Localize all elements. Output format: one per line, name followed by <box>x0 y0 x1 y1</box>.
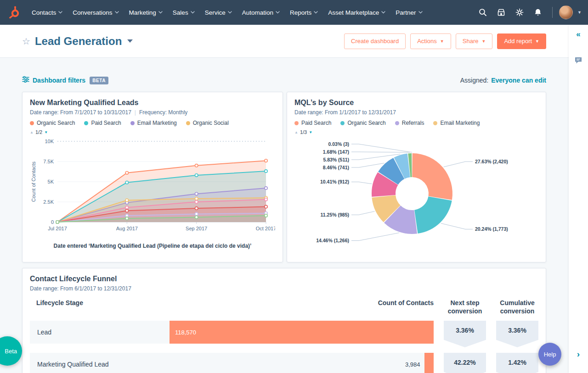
legend-item[interactable]: Organic Social <box>186 120 229 126</box>
chart-legend: Organic SearchPaid SearchEmail Marketing… <box>30 120 275 126</box>
svg-text:Sep 2017: Sep 2017 <box>186 226 207 231</box>
legend-dot-icon <box>30 121 34 125</box>
avatar-chevron-down-icon[interactable]: ▼ <box>577 10 582 15</box>
legend-item[interactable]: Organic Search <box>340 120 385 126</box>
area-line-chart[interactable]: 02.5K5K7.5K10KJul 2017Aug 2017Sep 2017Oc… <box>30 135 275 239</box>
nav-item-partner[interactable]: Partner <box>390 0 427 25</box>
column-count-of-contacts: Count of Contacts <box>378 299 434 306</box>
nav-item-conversations[interactable]: Conversations <box>68 0 124 25</box>
report-date-range: Date range: From 7/1/2017 to 10/31/2017|… <box>30 109 275 116</box>
search-icon[interactable] <box>475 5 491 20</box>
assigned-value-link[interactable]: Everyone can edit <box>491 77 546 84</box>
nav-item-asset-marketplace[interactable]: Asset Marketplace <box>323 0 390 25</box>
dashboard-filters-link[interactable]: Dashboard filters <box>33 77 85 84</box>
legend-item[interactable]: Organic Search <box>30 120 75 126</box>
legend-dot-icon <box>395 121 399 125</box>
chart-legend: Paid SearchOrganic SearchReferralsEmail … <box>294 120 538 126</box>
svg-text:5K: 5K <box>48 179 54 184</box>
nav-item-sales[interactable]: Sales <box>168 0 200 25</box>
favorite-star-icon[interactable]: ☆ <box>22 37 30 46</box>
next-step-conversion-value: 3.36% <box>444 321 486 347</box>
share-button[interactable]: Share▼ <box>456 33 493 49</box>
svg-text:14.46% (1,266): 14.46% (1,266) <box>316 238 349 243</box>
expand-next-icon[interactable]: › <box>577 349 580 359</box>
chart-caption: Date entered ‘Marketing Qualified Lead (… <box>30 242 275 250</box>
avatar[interactable] <box>559 6 573 19</box>
legend-dot-icon <box>186 121 190 125</box>
svg-text:Aug 2017: Aug 2017 <box>116 226 138 231</box>
legend-item[interactable]: Email Marketing <box>130 120 177 126</box>
funnel-header: Lifecycle Stage Count of Contacts Next s… <box>30 299 538 315</box>
chevron-down-icon: ▼ <box>481 39 486 44</box>
legend-item[interactable]: Email Marketing <box>433 120 480 126</box>
nav-item-reports[interactable]: Reports <box>285 0 323 25</box>
dashboard-filters-icon[interactable] <box>22 76 29 84</box>
funnel-bar[interactable]: 118,570 <box>170 321 434 344</box>
marketplace-icon[interactable] <box>493 5 509 20</box>
report-date-range: Date range: From 1/1/2017 to 12/31/2017 <box>294 109 538 116</box>
legend-dot-icon <box>294 121 299 125</box>
collapse-panel-icon[interactable]: « <box>576 30 580 38</box>
help-button[interactable]: Help <box>538 343 561 366</box>
legend-dot-icon <box>130 121 135 125</box>
svg-text:0.03% (3): 0.03% (3) <box>328 141 349 147</box>
svg-text:Jul 2017: Jul 2017 <box>48 226 67 231</box>
beta-pill-button[interactable]: Beta <box>0 336 22 366</box>
svg-text:27.63% (2,420): 27.63% (2,420) <box>475 159 508 164</box>
right-rail: « › <box>569 25 588 373</box>
nav-item-automation[interactable]: Automation <box>237 0 285 25</box>
svg-text:8.46% (741): 8.46% (741) <box>323 165 349 170</box>
svg-text:10.41% (912): 10.41% (912) <box>320 179 349 184</box>
svg-text:0: 0 <box>51 219 54 225</box>
create-dashboard-button[interactable]: Create dashboard <box>344 33 406 49</box>
comments-icon[interactable] <box>574 56 582 66</box>
top-nav: ContactsConversationsMarketingSalesServi… <box>0 0 588 25</box>
legend-item[interactable]: Referrals <box>395 120 424 126</box>
legend-dot-icon <box>433 121 437 125</box>
nav-item-marketing[interactable]: Marketing <box>124 0 168 25</box>
report-date-range: Date range: From 6/1/2017 to 12/31/2017 <box>30 285 538 292</box>
settings-gear-icon[interactable] <box>512 5 527 20</box>
legend-item[interactable]: Paid Search <box>294 120 331 126</box>
svg-text:20.24% (1,773): 20.24% (1,773) <box>475 226 508 232</box>
legend-dot-icon <box>340 121 345 125</box>
funnel-count: 3,984 <box>405 361 420 368</box>
legend-pager: ▲ 1/2 ▼ <box>30 129 275 135</box>
legend-dot-icon <box>84 121 88 125</box>
pager-page: 1/3 <box>300 129 307 135</box>
legend-pager: ▲ 1/3 ▼ <box>294 129 538 135</box>
report-title: New Marketing Qualified Leads <box>30 99 275 107</box>
chevron-down-icon: ▼ <box>440 39 444 44</box>
donut-chart[interactable]: 0.03% (3)1.68% (147)5.83% (511)8.46% (74… <box>294 135 536 255</box>
svg-text:11.25% (985): 11.25% (985) <box>321 212 349 217</box>
pager-up-icon[interactable]: ▲ <box>294 130 298 134</box>
funnel-bar[interactable]: 3,984 <box>424 353 434 373</box>
svg-text:Count of Contacts: Count of Contacts <box>31 161 36 202</box>
hubspot-logo-icon[interactable] <box>6 5 22 20</box>
svg-text:1.68% (147): 1.68% (147) <box>323 149 349 155</box>
cumulative-conversion-value: 3.36% <box>496 321 538 347</box>
funnel-row-marketing-qualified-lead: Marketing Qualified Lead 3,984 42.22% 1.… <box>30 353 538 373</box>
pager-page: 1/2 <box>35 129 42 135</box>
dashboard-title[interactable]: Lead Generation <box>35 35 122 48</box>
nav-item-contacts[interactable]: Contacts <box>27 0 68 25</box>
title-chevron-down-icon[interactable] <box>127 39 133 43</box>
svg-text:5.83% (511): 5.83% (511) <box>323 157 349 162</box>
report-card-lifecycle-funnel: Contact Lifecycle Funnel Date range: Fro… <box>22 268 546 373</box>
pager-up-icon[interactable]: ▲ <box>30 130 34 134</box>
funnel-count: 118,570 <box>175 329 196 336</box>
pager-down-icon[interactable]: ▼ <box>309 130 312 134</box>
column-next-step-conversion: Next step conversion <box>444 299 486 315</box>
add-report-button[interactable]: Add report▼ <box>497 33 546 49</box>
legend-item[interactable]: Paid Search <box>84 120 121 126</box>
filters-row: Dashboard filters BETA Assigned:Everyone… <box>22 74 546 86</box>
svg-text:10K: 10K <box>45 139 54 144</box>
column-cumulative-conversion: Cumulative conversion <box>496 299 538 315</box>
actions-button[interactable]: Actions▼ <box>410 33 451 49</box>
report-title: Contact Lifecycle Funnel <box>30 275 538 283</box>
notifications-bell-icon[interactable] <box>530 5 546 20</box>
report-title: MQL’s by Source <box>294 99 538 107</box>
beta-badge: BETA <box>90 77 108 84</box>
nav-item-service[interactable]: Service <box>200 0 237 25</box>
pager-down-icon[interactable]: ▼ <box>44 130 48 134</box>
